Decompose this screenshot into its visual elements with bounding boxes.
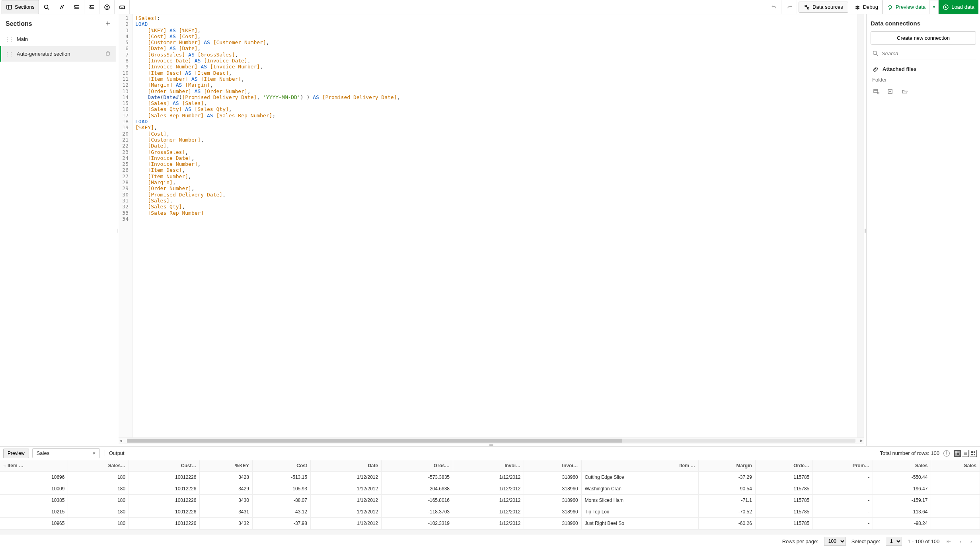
table-select-value: Sales <box>37 450 50 456</box>
preview-button[interactable]: Preview <box>3 449 29 458</box>
sections-toggle-button[interactable]: Sections <box>2 0 39 14</box>
insert-script-button[interactable] <box>887 88 894 96</box>
drag-handle-icon[interactable]: ⋮⋮ <box>5 37 13 42</box>
attachment-icon <box>872 66 879 72</box>
table-cell: 10012226 <box>129 483 200 495</box>
load-data-button[interactable]: Load data <box>939 0 978 14</box>
table-cell <box>931 483 980 495</box>
section-item[interactable]: ⋮⋮ Main <box>0 32 116 46</box>
column-header[interactable]: Item … <box>581 460 699 472</box>
svg-rect-39 <box>955 451 959 455</box>
section-item-label: Auto-generated section <box>17 51 70 57</box>
preview-data-dropdown[interactable]: ▾ <box>930 0 939 14</box>
scroll-left-icon: ◂ <box>119 437 123 443</box>
table-cell: 180 <box>68 506 129 518</box>
horizontal-splitter[interactable]: ═ <box>119 443 864 446</box>
right-splitter[interactable]: ‖ <box>864 14 866 446</box>
table-cell: 318960 <box>524 472 581 483</box>
sections-toggle-label: Sections <box>15 4 35 10</box>
view-list-button[interactable] <box>962 450 969 457</box>
column-header[interactable]: Sales <box>873 460 931 472</box>
svg-line-21 <box>807 6 808 8</box>
drag-handle-icon[interactable]: ⋮⋮ <box>5 51 13 57</box>
table-cell: 180 <box>68 495 129 506</box>
comment-button[interactable] <box>54 0 69 14</box>
table-cell: - <box>813 506 873 518</box>
outdent-button[interactable] <box>84 0 99 14</box>
search-button[interactable] <box>39 0 54 14</box>
undo-icon <box>771 4 777 10</box>
table-cell: Just Right Beef So <box>581 518 699 529</box>
code-editor[interactable]: [Sales]:LOAD [%KEY] AS [%KEY], [Cost] AS… <box>133 14 857 437</box>
info-icon[interactable]: i <box>943 450 950 457</box>
table-row[interactable]: 10696180100122263428-513.151/12/2012-573… <box>0 472 980 483</box>
column-header[interactable]: Sales… <box>68 460 129 472</box>
debug-button[interactable]: Debug <box>850 0 883 14</box>
add-section-button[interactable]: + <box>105 19 110 28</box>
folder-open-button[interactable] <box>902 88 908 96</box>
indent-button[interactable] <box>69 0 84 14</box>
table-cell: 3428 <box>200 472 253 483</box>
help-button[interactable] <box>99 0 115 14</box>
column-header[interactable]: Sales <box>931 460 980 472</box>
table-select[interactable]: Sales ▾ <box>32 448 100 458</box>
column-header[interactable]: Invoi… <box>453 460 524 472</box>
view-table-button[interactable] <box>954 450 961 457</box>
column-header[interactable]: Date <box>310 460 381 472</box>
column-header[interactable]: Prom… <box>813 460 873 472</box>
redo-button[interactable] <box>782 0 797 14</box>
delete-section-button[interactable] <box>105 50 111 58</box>
table-cell: 10012226 <box>129 495 200 506</box>
svg-point-2 <box>44 5 48 8</box>
table-cell: 10012226 <box>129 506 200 518</box>
undo-button[interactable] <box>767 0 782 14</box>
preview-grid[interactable]: ↑↓Item …Sales…Cust…%KEYCostDateGros…Invo… <box>0 460 980 529</box>
column-header[interactable]: Cost <box>252 460 310 472</box>
page-select[interactable]: 1 <box>886 537 902 546</box>
select-data-button[interactable] <box>873 88 879 96</box>
column-header[interactable]: ↑↓Item … <box>0 460 68 472</box>
column-header[interactable]: Cust… <box>129 460 200 472</box>
table-cell: -90.54 <box>699 483 756 495</box>
table-cell: 318960 <box>524 506 581 518</box>
output-tab[interactable]: Output <box>105 450 127 456</box>
preview-data-button[interactable]: Preview data <box>883 0 930 14</box>
column-header[interactable]: Invoi… <box>524 460 581 472</box>
keyboard-button[interactable] <box>115 0 130 14</box>
table-row[interactable]: 10009180100122263429-105.931/12/2012-204… <box>0 483 980 495</box>
section-item[interactable]: ⋮⋮ Auto-generated section <box>0 46 116 62</box>
table-cell: Cutting Edge Slice <box>581 472 699 483</box>
section-item-label: Main <box>17 36 28 42</box>
prev-page-button[interactable]: ‹ <box>958 538 963 544</box>
column-header[interactable]: Margin <box>699 460 756 472</box>
first-page-button[interactable]: ⇤ <box>945 538 953 544</box>
column-header[interactable]: Gros… <box>382 460 453 472</box>
rows-per-page-label: Rows per page: <box>782 538 818 544</box>
connection-search-input[interactable] <box>882 51 974 56</box>
table-cell: -550.44 <box>873 472 931 483</box>
data-sources-button[interactable]: Data sources <box>799 2 848 13</box>
table-cell: Washington Cran <box>581 483 699 495</box>
horizontal-scrollbar[interactable]: ◂ ▸ <box>119 437 864 443</box>
table-row[interactable]: 10385180100122263430-88.071/12/2012-165.… <box>0 495 980 506</box>
view-grid-button[interactable] <box>970 450 977 457</box>
table-row[interactable]: 10215180100122263431-43.121/12/2012-118.… <box>0 506 980 518</box>
column-header[interactable]: %KEY <box>200 460 253 472</box>
code-editor-area: 1234567891011121314151617181920212223242… <box>119 14 864 446</box>
svg-point-37 <box>877 92 879 94</box>
folder-label: Folder <box>871 74 976 85</box>
sections-title: Sections <box>6 20 32 27</box>
rows-count-label: Total number of rows: 100 <box>880 450 939 456</box>
rows-per-page-select[interactable]: 100 <box>824 537 846 546</box>
next-page-button[interactable]: › <box>969 538 974 544</box>
table-cell: 3430 <box>200 495 253 506</box>
table-cell: -43.12 <box>252 506 310 518</box>
table-row[interactable]: 10965180100122263432-37.981/12/2012-102.… <box>0 518 980 529</box>
sort-icon: ↑↓ <box>3 464 7 468</box>
vertical-scrollbar[interactable] <box>857 14 864 437</box>
create-connection-button[interactable]: Create new connection <box>871 31 976 45</box>
column-header[interactable]: Orde… <box>755 460 812 472</box>
grid-scrollbar[interactable] <box>0 529 980 534</box>
svg-rect-14 <box>120 6 125 9</box>
top-toolbar: Sections Data sources <box>0 0 980 14</box>
